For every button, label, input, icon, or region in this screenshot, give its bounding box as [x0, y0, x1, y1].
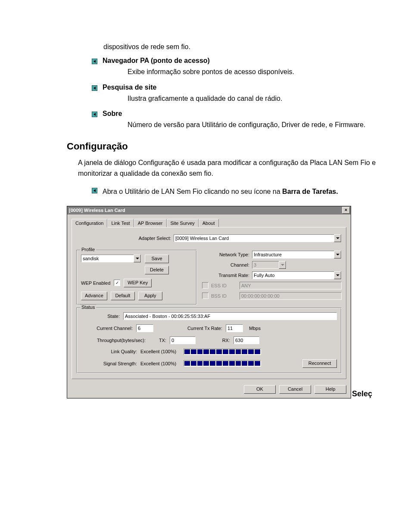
- current-channel-value: 6: [138, 326, 140, 331]
- essid-label: ESS ID: [209, 283, 240, 288]
- current-channel-label: Current Channel:: [81, 326, 136, 331]
- signal-strength-value: Excellent (100%): [140, 361, 184, 366]
- bullet-title: Sobre: [103, 110, 122, 118]
- chevron-down-icon: [279, 261, 286, 269]
- network-type-label: Network Type:: [202, 252, 252, 257]
- save-button[interactable]: Save: [145, 255, 169, 263]
- step-bold: Barra de Tarefas.: [282, 188, 338, 195]
- delete-button[interactable]: Delete: [145, 266, 169, 274]
- link-quality-value: Excellent (100%): [140, 349, 184, 354]
- current-tx-rate-value: 11: [227, 326, 233, 331]
- cancel-button[interactable]: Cancel: [279, 385, 311, 394]
- signal-strength-label: Signal Strength:: [81, 361, 140, 366]
- tx-value: 0: [171, 338, 174, 343]
- adapter-select[interactable]: [0009] Wireless Lan Card: [174, 234, 342, 242]
- chevron-down-icon: [334, 251, 341, 258]
- dialog-footer: OK Cancel Help: [67, 382, 351, 398]
- tab-site-survey[interactable]: Site Survey: [167, 219, 199, 227]
- bssid-label: BSS ID: [209, 293, 240, 299]
- tab-ap-browser[interactable]: AP Browser: [134, 219, 167, 227]
- essid-input: ANY: [240, 282, 342, 289]
- reconnect-button[interactable]: Reconnect: [302, 359, 337, 368]
- rx-label: RX:: [196, 338, 234, 343]
- state-field: Associated - Boston - 00:06:25:55:33:AF: [123, 312, 337, 320]
- profile-value: sandisk: [83, 256, 99, 261]
- essid-value: ANY: [241, 283, 251, 288]
- wep-key-button[interactable]: WEP Key: [124, 279, 152, 287]
- profile-group-title: Profile: [80, 247, 96, 252]
- essid-checkbox: [202, 282, 209, 289]
- channel-label: Channel:: [202, 262, 252, 268]
- current-tx-rate-label: Current Tx Rate:: [153, 326, 226, 331]
- tx-field: 0: [170, 336, 196, 344]
- tab-about[interactable]: About: [199, 219, 219, 227]
- wep-enabled-checkbox[interactable]: ✓: [114, 280, 120, 286]
- chevron-down-icon: [134, 255, 141, 262]
- signal-strength-meter: [184, 360, 261, 367]
- default-button[interactable]: Default: [111, 292, 135, 300]
- step-text: Abra o Utilitário de LAN Sem Fio clicand…: [103, 186, 338, 197]
- bullet-item: Pesquisa de site Ilustra graficamente a …: [92, 84, 377, 104]
- bssid-input: 00:00:00:00:00:00: [240, 292, 342, 300]
- state-label: State:: [81, 314, 123, 319]
- tab-configuration[interactable]: Configuration: [72, 219, 107, 227]
- bullet-list: Navegador PA (ponto de acesso) Exibe inf…: [92, 57, 377, 131]
- profile-select[interactable]: sandisk: [81, 255, 141, 262]
- adapter-select-label: Adapter Select:: [76, 236, 174, 241]
- status-group-title: Status: [80, 305, 96, 310]
- link-quality-meter: [184, 348, 261, 355]
- bullet-desc: Exibe informação sobre pontos de acesso …: [128, 66, 368, 78]
- section-heading: Configuração: [67, 141, 377, 152]
- window-title: [0009] Wireless Lan Card: [69, 208, 125, 213]
- wep-enabled-label: WEP Enabled: [81, 280, 110, 286]
- bullet-desc: Ilustra graficamente a qualidade do cana…: [128, 93, 368, 104]
- tab-panel-configuration: Adapter Select: [0009] Wireless Lan Card…: [72, 227, 346, 379]
- profile-groupbox: Profile sandisk Save Delete: [76, 250, 197, 305]
- step-item: Abra o Utilitário de LAN Sem Fio clicand…: [92, 186, 377, 197]
- bullet-item: Sobre Número de versão para Utilitário d…: [92, 110, 377, 131]
- chevron-down-icon: [334, 234, 341, 242]
- wireless-config-dialog: [0009] Wireless Lan Card × Configuration…: [67, 206, 351, 398]
- intro-fragment: dispositivos de rede sem fio.: [103, 43, 377, 51]
- arrow-bullet-icon: [92, 188, 97, 193]
- current-tx-rate-field: 11: [226, 324, 243, 332]
- arrow-bullet-icon: [92, 59, 97, 64]
- rx-value: 630: [235, 338, 243, 343]
- advance-button[interactable]: Advance: [81, 292, 107, 300]
- chevron-down-icon: [334, 271, 341, 279]
- bullet-item: Navegador PA (ponto de acesso) Exibe inf…: [92, 57, 377, 78]
- close-button[interactable]: ×: [342, 207, 350, 214]
- status-groupbox: Status State: Associated - Boston - 00:0…: [76, 308, 342, 373]
- help-button[interactable]: Help: [314, 385, 346, 394]
- channel-select: 3: [252, 261, 286, 269]
- transmit-rate-value: Fully Auto: [254, 273, 274, 278]
- network-type-value: Infrastructure: [254, 252, 282, 257]
- ok-button[interactable]: OK: [244, 385, 276, 394]
- transmit-rate-label: Transmit Rate:: [202, 273, 252, 278]
- rx-field: 630: [234, 336, 259, 344]
- adapter-select-value: [0009] Wireless Lan Card: [175, 236, 229, 241]
- arrow-bullet-icon: [92, 85, 97, 91]
- arrow-bullet-icon: [92, 112, 97, 117]
- throughput-label: Throughput(bytes/sec):: [81, 338, 149, 343]
- tx-rate-unit: Mbps: [243, 326, 261, 331]
- bullet-title: Navegador PA (ponto de acesso): [103, 57, 210, 65]
- tab-strip: Configuration Link Test AP Browser Site …: [72, 219, 346, 227]
- state-value: Associated - Boston - 00:06:25:55:33:AF: [125, 314, 210, 319]
- bssid-value: 00:00:00:00:00:00: [241, 293, 280, 299]
- apply-button[interactable]: Apply: [138, 292, 162, 300]
- tx-label: TX:: [149, 338, 170, 343]
- titlebar: [0009] Wireless Lan Card ×: [67, 206, 351, 215]
- document-page: dispositivos de rede sem fio. Navegador …: [0, 0, 411, 416]
- channel-value: 3: [254, 262, 256, 268]
- trailing-fragment: Seleç: [352, 389, 372, 398]
- network-type-select[interactable]: Infrastructure: [252, 251, 342, 258]
- section-body: A janela de diálogo Configuração é usada…: [78, 157, 377, 179]
- current-channel-field: 6: [136, 324, 153, 332]
- step-prefix: Abra o Utilitário de LAN Sem Fio clicand…: [103, 188, 282, 195]
- bullet-desc: Número de versão para Utilitário de conf…: [128, 119, 368, 131]
- transmit-rate-select[interactable]: Fully Auto: [252, 271, 342, 279]
- link-quality-label: Link Quality:: [81, 349, 140, 354]
- bssid-checkbox: [202, 292, 209, 299]
- tab-link-test[interactable]: Link Test: [107, 219, 134, 227]
